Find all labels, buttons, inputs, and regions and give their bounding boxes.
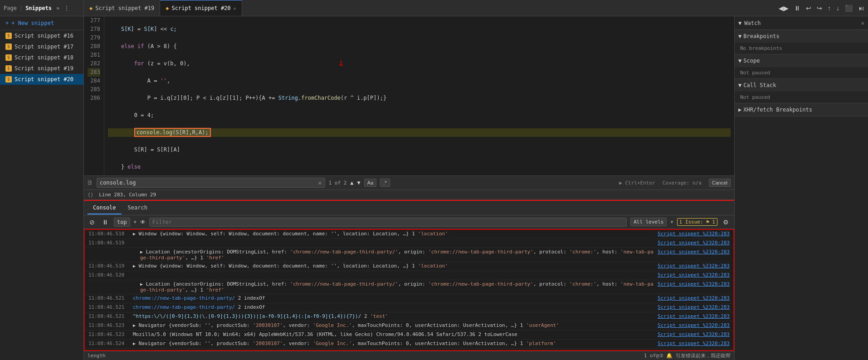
- scope-label: Scope: [743, 58, 760, 64]
- cancel-button[interactable]: Cancel: [709, 179, 731, 187]
- step-button[interactable]: ↓: [834, 4, 841, 13]
- tab-close-button[interactable]: ✕: [234, 6, 236, 11]
- clear-search-icon[interactable]: ✕: [318, 179, 322, 186]
- level-selector[interactable]: All levels: [630, 218, 667, 226]
- console-row-5: 11:08:46.520 Script snippet %2320:283: [85, 271, 733, 280]
- menu-icon[interactable]: ⋮: [64, 5, 69, 11]
- console-source-5[interactable]: Script snippet %2320:283: [658, 272, 730, 278]
- regex-button[interactable]: .*: [380, 179, 390, 187]
- console-time-11: 11:08:46.523: [88, 331, 129, 337]
- breakpoints-collapse-icon: ▼: [738, 33, 741, 39]
- watch-collapse-icon[interactable]: ▼: [738, 20, 741, 26]
- console-row-10: 11:08:46.523 ▶ Navigator {vendorSub: '',…: [85, 321, 733, 331]
- expand-arrow-12[interactable]: ▶: [133, 341, 136, 346]
- console-source-7[interactable]: Script snippet %2320:283: [658, 295, 730, 301]
- snippets-tab[interactable]: Snippets: [25, 5, 52, 11]
- snippet-17-label: Script snippet #17: [15, 44, 73, 50]
- deactivate-button[interactable]: ⬛: [843, 4, 854, 13]
- new-snippet-button[interactable]: + + New snippet: [0, 16, 83, 30]
- match-up-icon[interactable]: ▲: [350, 180, 353, 186]
- cursor-position: Line 283, Column 29: [99, 192, 156, 198]
- step-into-button[interactable]: ↪: [815, 4, 824, 13]
- console-source-8[interactable]: Script snippet %2320:283: [658, 304, 730, 310]
- code-line-283: console.log(S[R],R,A);: [108, 128, 731, 137]
- console-row-7: 11:08:46.521 chrome://new-tab-page-third…: [85, 294, 733, 303]
- console-text-11: Mozilla/5.0 (Windows NT 10.0; Win64; x64…: [133, 331, 654, 337]
- console-text-6: ▶ Location {ancestorOrigins: DOMStringLi…: [140, 281, 654, 293]
- console-time-1: 11:08:46.518: [88, 231, 129, 237]
- console-source-4[interactable]: Script snippet %2320:283: [658, 263, 730, 269]
- code-line-282: 0 = 4;: [108, 111, 731, 120]
- run-shortcut: ▶ Ctrl+Enter: [619, 180, 655, 186]
- console-toolbar: ⊘ ⏸ top ▼ 👁 All levels ▼ 1 Issue: ⚑ 1 ⚙: [84, 215, 734, 229]
- console-time-4: 11:08:46.519: [88, 263, 129, 269]
- search-input-wrap[interactable]: ✕: [97, 178, 325, 188]
- sidebar-item-snippet20[interactable]: S Script snippet #20: [0, 74, 83, 85]
- console-filter-input[interactable]: [149, 218, 627, 227]
- tab-search[interactable]: Search: [122, 202, 153, 214]
- level-arrow-icon: ▼: [670, 219, 673, 224]
- tab-snippet-19[interactable]: ◆ Script snippet #19: [84, 0, 160, 16]
- eye-icon[interactable]: 👁: [140, 219, 146, 225]
- code-editor[interactable]: 277 278 279 280 281 282 283 284 285 286 …: [84, 16, 734, 175]
- match-case-button[interactable]: Aa: [364, 179, 376, 187]
- not-paused-cs-label: Not paused: [740, 94, 770, 100]
- sidebar-item-snippet18[interactable]: S Script snippet #18: [0, 52, 83, 63]
- console-source-10[interactable]: Script snippet %2320:283: [658, 322, 730, 328]
- tab-console[interactable]: Console: [88, 202, 122, 214]
- console-settings-button[interactable]: ⚙: [721, 218, 731, 227]
- page-tab[interactable]: Page: [4, 5, 17, 11]
- watch-label: Watch: [744, 20, 761, 26]
- step-out-button[interactable]: ↑: [826, 4, 833, 13]
- console-area: Console Search ⊘ ⏸ top ▼ 👁 All levels ▼ …: [84, 200, 734, 360]
- scope-collapse-icon: ▼: [738, 58, 741, 64]
- step-over-button[interactable]: ↩: [804, 4, 813, 13]
- more-icon[interactable]: »: [56, 5, 59, 11]
- context-selector[interactable]: top: [114, 218, 130, 227]
- console-source-6[interactable]: Script snippet %2320:283: [658, 281, 730, 287]
- expand-arrow-1[interactable]: ▶: [133, 231, 136, 236]
- xhr-collapse-icon: ▶: [738, 107, 741, 113]
- console-source-1[interactable]: Script snippet %2320:283: [658, 231, 730, 237]
- console-source-9[interactable]: Script snippet %2320:283: [658, 313, 730, 319]
- console-source-12[interactable]: Script snippet %2320:283: [658, 341, 730, 346]
- bottom-status: 1 of@③ 🔔 引发错误起来，我还能帮: [644, 352, 731, 359]
- new-snippet-label: + New snippet: [11, 20, 54, 26]
- callstack-header[interactable]: ▼ Call Stack: [735, 79, 868, 92]
- collapse-left-button[interactable]: ◀▶: [777, 4, 790, 13]
- xhr-header[interactable]: ▶ XHR/fetch Breakpoints: [735, 103, 868, 116]
- breakpoints-header[interactable]: ▼ Breakpoints: [735, 30, 868, 43]
- expand-arrow-3[interactable]: ▶: [140, 249, 143, 254]
- scope-header[interactable]: ▼ Scope: [735, 54, 868, 67]
- pause-button[interactable]: ⏸: [792, 4, 802, 13]
- more-settings-button[interactable]: ⏯: [856, 4, 866, 13]
- console-source-3[interactable]: Script snippet %2320:283: [658, 249, 730, 255]
- match-down-icon[interactable]: ▼: [357, 180, 361, 186]
- sidebar-item-snippet19[interactable]: S Script snippet #19: [0, 63, 83, 74]
- code-content[interactable]: S[K] = S[K] << c; else if (A > 8) { for …: [104, 16, 734, 175]
- debug-controls: ◀▶ ⏸ ↩ ↪ ↑ ↓ ⬛ ⏯: [775, 4, 868, 13]
- brackets-icon: {}: [88, 192, 93, 198]
- expand-arrow-4[interactable]: ▶: [133, 263, 136, 268]
- expand-arrow-6[interactable]: ▶: [140, 282, 143, 287]
- console-content[interactable]: 11:08:46.518 ▶ Window {window: Window, s…: [84, 229, 734, 351]
- sidebar-item-snippet17[interactable]: S Script snippet #17: [0, 41, 83, 52]
- console-row-12: 11:08:46.524 ▶ Navigator {vendorSub: '',…: [85, 340, 733, 349]
- expand-arrow-10[interactable]: ▶: [133, 323, 136, 328]
- tab-snippet-20[interactable]: ◆ Script snippet #20 ✕: [160, 0, 242, 16]
- search-input[interactable]: [100, 180, 318, 186]
- close-right-panel-icon[interactable]: ✕: [861, 20, 864, 26]
- console-pause-button[interactable]: ⏸: [100, 218, 110, 227]
- sidebar-item-snippet16[interactable]: S Script snippet #16: [0, 30, 83, 41]
- breakpoints-content: No breakpoints: [735, 43, 868, 54]
- console-source-2[interactable]: Script snippet %2320:283: [658, 240, 730, 246]
- search-type-icon: 𝔹: [88, 179, 92, 186]
- console-source-11[interactable]: Script snippet %2320:283: [658, 331, 730, 337]
- snippet-16-icon: S: [5, 33, 12, 39]
- breakpoints-label: Breakpoints: [743, 33, 779, 39]
- sidebar-header: Page | Snippets » ⋮: [0, 0, 84, 16]
- snippet-18-icon: S: [5, 54, 12, 61]
- console-clear-button[interactable]: ⊘: [88, 218, 97, 227]
- sidebar: + + New snippet S Script snippet #16 S S…: [0, 16, 84, 360]
- xhr-section: ▶ XHR/fetch Breakpoints: [735, 103, 868, 117]
